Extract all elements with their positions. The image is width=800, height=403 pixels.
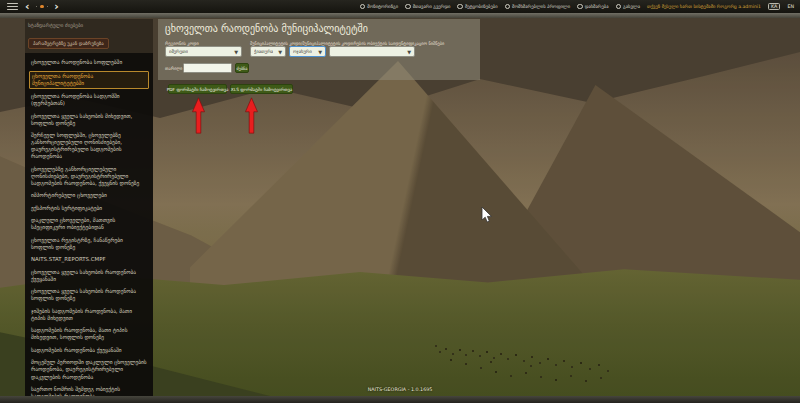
language-toggle-ka[interactable]: KA bbox=[768, 3, 780, 10]
report-filter-panel: ცხოველთა რაოდენობა მუნიციპალიტეტში რეგიო… bbox=[158, 19, 480, 80]
app-version-text: NAITS-GEORGIA - 1.0.1695 bbox=[0, 387, 800, 392]
help-icon bbox=[577, 4, 583, 10]
report-list-item[interactable]: ცხოველთა ყველა სახეობის რაოდენობა ქვეყან… bbox=[29, 268, 149, 284]
profile-icon bbox=[505, 4, 511, 10]
monitoring-icon bbox=[360, 4, 366, 10]
menu-item-profile[interactable]: მომხმარებლის პროფილი bbox=[505, 4, 571, 10]
menu-item-help[interactable]: დახმარება bbox=[577, 4, 608, 10]
annotation-arrow-pdf bbox=[192, 97, 205, 134]
report-list-item[interactable]: ექსპორტის სერტიფიკატები bbox=[29, 204, 149, 213]
report-list-item[interactable]: იმპორტირებული ცხოველები bbox=[29, 191, 149, 200]
report-list-item[interactable]: შერჩეულ სოფლებში, ცხოველებზე განხორციელე… bbox=[29, 131, 149, 161]
region-select[interactable]: იმერეთი ▼ bbox=[165, 46, 242, 57]
app-window: ‹ › მონიტორინგი მთავარი გვერდი შეტყობინე… bbox=[0, 0, 800, 403]
menu-item-home[interactable]: მთავარი გვერდი bbox=[405, 4, 450, 10]
date-input[interactable] bbox=[183, 63, 232, 73]
menu-item-monitoring[interactable]: მონიტორინგი bbox=[360, 4, 398, 10]
menu-item-notifications[interactable]: შეტყობინებები bbox=[457, 4, 497, 10]
report-list-item[interactable]: NAITS.STAT_REPORTS.CMPF bbox=[29, 255, 149, 264]
language-toggle-en[interactable]: EN bbox=[787, 4, 794, 9]
hamburger-menu-icon[interactable] bbox=[6, 2, 19, 12]
notifications-icon bbox=[457, 4, 463, 10]
standard-reports-sidebar: სტანდარტული ძიებები პარამეტრებზე უკან და… bbox=[25, 19, 153, 403]
session-user-text: თქვენ შესული ხართ სისტემაში როგორც a.adm… bbox=[647, 4, 761, 9]
report-list-item[interactable]: ცხოველთა რაოდენობა სადგომში (ფერმებთან) bbox=[29, 92, 149, 108]
download-xls-button[interactable]: XLS ფორმატში ჩამოტვირთვა bbox=[230, 84, 293, 94]
report-list-item[interactable]: ჯიშების სადგომების რაოდენობა, მათი ტიპის… bbox=[29, 307, 149, 323]
chevron-down-icon: ▼ bbox=[278, 49, 282, 55]
chevron-down-icon: ▼ bbox=[318, 49, 322, 55]
download-pdf-button[interactable]: PDF ფორმატში ჩამოტვირთვა bbox=[168, 84, 227, 94]
top-navigation-bar: ‹ › მონიტორინგი მთავარი გვერდი შეტყობინე… bbox=[0, 0, 800, 13]
chevron-down-icon: ▼ bbox=[234, 49, 238, 55]
report-list-item[interactable]: სადგომების რაოდენობა, მათი ტიპის მიხედვი… bbox=[29, 326, 149, 342]
sidebar-header: სტანდარტული ძიებები bbox=[25, 21, 153, 30]
logout-icon bbox=[616, 4, 622, 10]
report-list-item[interactable]: ცხოველთა რაოდენობა სოფლებში bbox=[29, 58, 149, 67]
bottom-status-bar bbox=[0, 396, 800, 403]
identification-select[interactable]: ▼ bbox=[329, 46, 415, 57]
report-list: ცხოველთა რაოდენობა სოფლებში ცხოველთა რაო… bbox=[25, 53, 153, 403]
home-icon bbox=[405, 4, 411, 10]
report-list-item-active[interactable]: ცხოველთა რაოდენობა მუნიციპალიტეტებში bbox=[29, 71, 149, 89]
mouse-cursor bbox=[481, 206, 493, 224]
object-type-select[interactable]: ოჯახური ▼ bbox=[289, 46, 326, 57]
report-list-item[interactable]: ცხოველებზე განხორციელებული ღონისძიებები,… bbox=[29, 165, 149, 188]
search-button[interactable]: ძებნა bbox=[235, 63, 249, 73]
report-list-item[interactable]: მოცემულ პერიოდში დაკლული ცხოველების რაოდ… bbox=[29, 358, 149, 381]
page-title: ცხოველთა რაოდენობა მუნიციპალიტეტში bbox=[165, 23, 368, 34]
nav-back-icon[interactable]: ‹ bbox=[25, 1, 30, 12]
annotation-arrow-xls bbox=[245, 97, 258, 134]
municipality-select[interactable]: ჭიათურა ▼ bbox=[250, 46, 286, 57]
date-label: თარიღი bbox=[165, 66, 182, 71]
chevron-down-icon: ▼ bbox=[407, 49, 411, 55]
report-list-item[interactable]: ცხოველთა რეგისტრზე, ჩანაწერები სოფლის დო… bbox=[29, 236, 149, 252]
report-list-item[interactable]: ცხოველთა ყველა სახეობის რაოდენობა სოფლის… bbox=[29, 287, 149, 303]
report-list-item[interactable]: ცხოველთა ყველა სახეობის მიხედვით, სოფლის… bbox=[29, 112, 149, 128]
page-dots-indicator[interactable] bbox=[36, 5, 49, 8]
report-list-item[interactable]: დაკლული ცხოველები, მათთვის სპეციფიკური ო… bbox=[29, 216, 149, 232]
toolbar-divider bbox=[0, 13, 800, 18]
menu-item-logout[interactable]: გასვლა bbox=[616, 4, 640, 10]
back-to-parameters-button[interactable]: პარამეტრებზე უკან დაბრუნება bbox=[28, 38, 109, 49]
report-list-item[interactable]: სადგომების რაოდენობა ქვეყანაში bbox=[29, 346, 149, 355]
nav-forward-icon[interactable]: › bbox=[54, 1, 59, 12]
